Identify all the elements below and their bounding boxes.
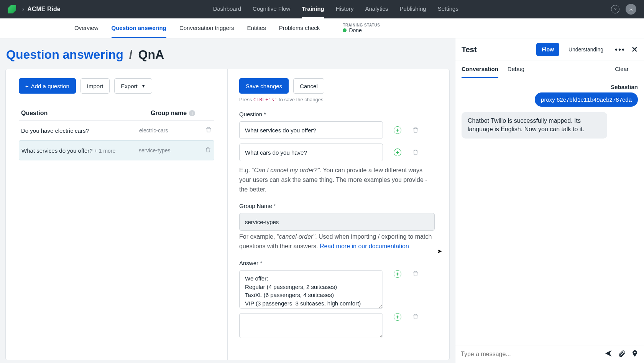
clear-button[interactable]: Clear [615, 61, 629, 78]
question-text: What services do you offer? [21, 147, 93, 154]
trash-icon[interactable] [205, 148, 212, 154]
chat-user-message: proxy 62e7bfd1e11b49aeb2787eda [535, 92, 638, 107]
nav-settings[interactable]: Settings [438, 0, 458, 18]
page-breadcrumb: Question answering / QnA [5, 45, 450, 69]
subnav-overview[interactable]: Overview [74, 19, 99, 38]
nav-training[interactable]: Training [302, 0, 324, 18]
question-more-count: + 1 more [94, 148, 116, 154]
nav-analytics[interactable]: Analytics [365, 0, 388, 18]
docs-link[interactable]: Read more in our documentation [320, 243, 409, 249]
subnav-conversation-triggers[interactable]: Conversation triggers [179, 19, 234, 38]
group-name-label: Group Name * [239, 203, 432, 209]
add-question-button[interactable]: + Add a question [19, 78, 76, 94]
attachment-icon[interactable] [618, 350, 626, 359]
status-dot-icon [343, 28, 347, 32]
trash-icon[interactable] [412, 313, 419, 320]
answer-textarea-1[interactable] [239, 270, 383, 309]
subnav-problems-check[interactable]: Problems check [279, 19, 320, 38]
training-status: TRAINING STATUS Done [343, 23, 380, 33]
tab-debug[interactable]: Debug [508, 61, 524, 78]
question-text: Do you have electric cars? [21, 127, 89, 134]
help-icon[interactable]: ? [611, 5, 619, 13]
user-avatar[interactable]: S [626, 4, 636, 15]
svg-point-0 [634, 351, 636, 353]
understanding-toggle[interactable]: Understanding [563, 43, 609, 56]
save-button[interactable]: Save changes [239, 78, 289, 94]
questions-table: Question Group name i Do you have electr… [19, 106, 214, 160]
flow-toggle[interactable]: Flow [536, 43, 559, 56]
save-hint: Press CTRL+'s' to save the changes. [239, 97, 438, 102]
nav-publishing[interactable]: Publishing [399, 0, 426, 18]
question-input-2[interactable] [239, 144, 383, 161]
test-panel: Test Flow Understanding ••• ✕ Conversati… [455, 38, 644, 363]
training-status-value: Done [349, 27, 361, 33]
nav-cognitive-flow[interactable]: Cognitive Flow [253, 0, 290, 18]
question-input-1[interactable] [239, 121, 383, 139]
nav-history[interactable]: History [336, 0, 354, 18]
trash-icon[interactable] [412, 127, 419, 134]
breadcrumb-parent[interactable]: Question answering [6, 48, 123, 61]
column-group: Group name i [151, 110, 212, 117]
questions-list-panel: + Add a question Import Export ▼ Questio… [5, 69, 228, 360]
question-row[interactable]: Do you have electric cars? electric-cars [19, 121, 214, 140]
send-icon[interactable] [604, 349, 613, 359]
close-icon[interactable]: ✕ [631, 45, 638, 54]
add-answer-icon[interactable]: + [394, 270, 401, 278]
more-icon[interactable]: ••• [613, 45, 628, 54]
import-button[interactable]: Import [80, 78, 110, 94]
info-icon[interactable]: i [189, 110, 195, 116]
trash-icon[interactable] [412, 149, 419, 156]
training-status-label: TRAINING STATUS [343, 23, 380, 27]
location-icon[interactable] [631, 350, 639, 359]
trash-icon[interactable] [205, 128, 212, 134]
breadcrumb-current: QnA [138, 48, 164, 61]
answer-textarea-2[interactable] [239, 313, 383, 338]
cancel-button[interactable]: Cancel [293, 78, 324, 94]
add-variant-icon[interactable]: + [394, 126, 401, 134]
question-row[interactable]: What services do you offer?+ 1 more serv… [19, 140, 214, 160]
top-nav: Dashboard Cognitive Flow Training Histor… [213, 0, 458, 18]
answer-label: Answer * [239, 260, 432, 266]
chevron-right-icon: › [22, 6, 24, 13]
add-answer-icon[interactable]: + [394, 313, 401, 321]
app-logo-icon [8, 5, 16, 13]
question-help-text: E.g. "Can I cancel my order?". You can p… [239, 166, 432, 194]
column-question: Question [21, 110, 151, 117]
caret-down-icon: ▼ [141, 84, 146, 88]
export-button[interactable]: Export ▼ [114, 78, 152, 94]
question-group: service-types [139, 147, 200, 153]
test-panel-title: Test [462, 45, 532, 54]
chat-user-name: Sebastian [462, 84, 638, 90]
plus-icon: + [25, 83, 29, 89]
workspace-name: ACME Ride [27, 6, 60, 13]
chat-bot-message: Chatbot Twilio is successfully mapped. I… [462, 112, 607, 139]
group-help-text: For example, "cancel-order". Used when i… [239, 232, 432, 251]
question-field-label: Question * [239, 111, 432, 117]
subnav-entities[interactable]: Entities [247, 19, 266, 38]
trash-icon[interactable] [412, 270, 419, 277]
subnav: Overview Question answering Conversation… [0, 18, 644, 38]
breadcrumb-separator: / [129, 48, 133, 61]
question-editor-panel: Save changes Cancel Press CTRL+'s' to sa… [228, 69, 450, 360]
question-group: electric-cars [139, 127, 200, 134]
nav-dashboard[interactable]: Dashboard [213, 0, 241, 18]
subnav-question-answering[interactable]: Question answering [112, 19, 166, 38]
group-name-input[interactable] [239, 213, 435, 231]
add-variant-icon[interactable]: + [394, 148, 401, 156]
chat-input[interactable] [461, 351, 599, 358]
tab-conversation[interactable]: Conversation [462, 61, 498, 78]
topbar: › ACME Ride Dashboard Cognitive Flow Tra… [0, 0, 644, 18]
